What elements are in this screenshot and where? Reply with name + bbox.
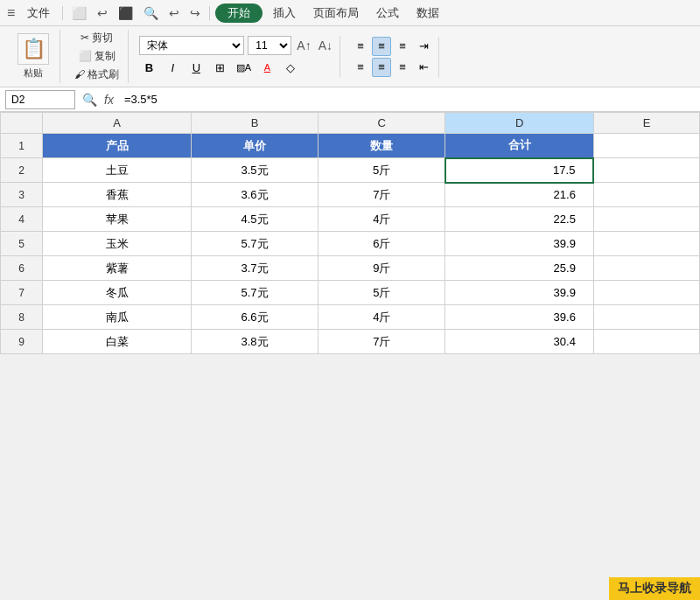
cell-d9[interactable]: 30.4 xyxy=(445,330,593,354)
menu-data[interactable]: 数据 xyxy=(410,3,446,23)
row-header-9[interactable]: 9 xyxy=(1,330,43,354)
menu-file[interactable]: 文件 xyxy=(20,3,57,23)
copy-button[interactable]: ⬜ 复制 xyxy=(75,48,119,65)
cell-d3[interactable]: 21.6 xyxy=(445,183,593,207)
row-header-5[interactable]: 5 xyxy=(1,232,43,256)
cell-c7[interactable]: 5斤 xyxy=(318,281,445,305)
formula-search-icon[interactable]: 🔍 xyxy=(82,93,97,107)
cell-c8[interactable]: 4斤 xyxy=(318,305,445,330)
row-header-4[interactable]: 4 xyxy=(1,207,43,232)
separator-2 xyxy=(209,6,210,20)
cell-e4[interactable] xyxy=(593,207,699,232)
cell-b5[interactable]: 5.7元 xyxy=(191,232,318,256)
cell-e6[interactable] xyxy=(593,256,699,281)
cell-a5[interactable]: 玉米 xyxy=(43,232,191,256)
cell-d5[interactable]: 39.9 xyxy=(445,232,593,256)
cell-c9[interactable]: 7斤 xyxy=(318,330,445,354)
cell-b9[interactable]: 3.8元 xyxy=(191,330,318,354)
align-outdent-button[interactable]: ⇤ xyxy=(414,58,433,77)
cell-b7[interactable]: 5.7元 xyxy=(191,281,318,305)
menu-layout[interactable]: 页面布局 xyxy=(306,3,366,23)
row-header-7[interactable]: 7 xyxy=(1,281,43,305)
cell-a6[interactable]: 紫薯 xyxy=(43,256,191,281)
cell-c5[interactable]: 6斤 xyxy=(318,232,445,256)
cell-d8[interactable]: 39.6 xyxy=(445,305,593,330)
font-size-increase-button[interactable]: A↑ xyxy=(295,38,312,53)
erase-button[interactable]: ◇ xyxy=(281,58,300,77)
cell-a2[interactable]: 土豆 xyxy=(43,158,191,183)
row-header-2[interactable]: 2 xyxy=(1,158,43,183)
toolbar-icon-2[interactable]: ↩ xyxy=(94,4,111,22)
cell-b6[interactable]: 3.7元 xyxy=(191,256,318,281)
col-header-e[interactable]: E xyxy=(593,113,699,134)
cut-button[interactable]: ✂ 剪切 xyxy=(77,30,116,46)
font-color-button[interactable]: A xyxy=(257,58,276,77)
menu-formula[interactable]: 公式 xyxy=(369,3,406,23)
formula-input[interactable] xyxy=(121,91,695,108)
row-header-1[interactable]: 1 xyxy=(1,134,43,158)
row-header-8[interactable]: 8 xyxy=(1,305,43,330)
border-button[interactable]: ⊞ xyxy=(210,58,229,77)
font-name-select[interactable]: 宋体 xyxy=(139,36,244,55)
cell-b1[interactable]: 单价 xyxy=(191,134,318,158)
bold-button[interactable]: B xyxy=(139,58,158,77)
cell-c4[interactable]: 4斤 xyxy=(318,207,445,232)
cell-c6[interactable]: 9斤 xyxy=(318,256,445,281)
menu-insert[interactable]: 插入 xyxy=(266,3,303,23)
menu-start[interactable]: 开始 xyxy=(215,3,262,23)
cell-d1[interactable]: 合计 xyxy=(445,134,593,158)
cell-c1[interactable]: 数量 xyxy=(318,134,445,158)
cell-c2[interactable]: 5斤 xyxy=(318,158,445,183)
cell-e9[interactable] xyxy=(593,330,699,354)
toolbar-icon-1[interactable]: ⬜ xyxy=(68,4,90,22)
cell-a8[interactable]: 南瓜 xyxy=(43,305,191,330)
align-top-right-button[interactable]: ≡ xyxy=(393,37,412,56)
cell-d6[interactable]: 25.9 xyxy=(445,256,593,281)
underline-button[interactable]: U xyxy=(186,58,206,77)
row-header-6[interactable]: 6 xyxy=(1,256,43,281)
cell-b3[interactable]: 3.6元 xyxy=(191,183,318,207)
cell-a9[interactable]: 白菜 xyxy=(43,330,191,354)
cell-d2[interactable]: 17.5 xyxy=(445,158,593,183)
align-center-button[interactable]: ≡ xyxy=(372,37,391,56)
cell-e5[interactable] xyxy=(593,232,699,256)
col-header-d[interactable]: D xyxy=(445,113,593,134)
toolbar-icon-6[interactable]: ↪ xyxy=(186,4,204,22)
cell-d7[interactable]: 39.9 xyxy=(445,281,593,305)
paste-label: 粘贴 xyxy=(24,66,43,80)
cell-d4[interactable]: 22.5 xyxy=(445,207,593,232)
font-size-decrease-button[interactable]: A↓ xyxy=(317,38,334,53)
cell-b2[interactable]: 3.5元 xyxy=(191,158,318,183)
cell-e8[interactable] xyxy=(593,305,699,330)
cell-e7[interactable] xyxy=(593,281,699,305)
cell-reference-input[interactable] xyxy=(5,90,75,109)
format-brush-button[interactable]: 🖌 格式刷 xyxy=(71,66,122,83)
paste-button[interactable]: 📋 粘贴 xyxy=(12,30,54,83)
align-bottom-center-button[interactable]: ≡ xyxy=(372,58,391,77)
cell-b8[interactable]: 6.6元 xyxy=(191,305,318,330)
italic-button[interactable]: I xyxy=(163,58,182,77)
font-row2: B I U ⊞ ▨A A ◇ xyxy=(139,58,334,77)
cell-a1[interactable]: 产品 xyxy=(43,134,191,158)
fill-color-button[interactable]: ▨A xyxy=(234,58,253,77)
align-bottom-left-button[interactable]: ≡ xyxy=(351,58,370,77)
row-header-3[interactable]: 3 xyxy=(1,183,43,207)
cell-e2[interactable] xyxy=(593,158,699,183)
cell-a4[interactable]: 苹果 xyxy=(43,207,191,232)
toolbar-icon-3[interactable]: ⬛ xyxy=(115,4,136,22)
cell-c3[interactable]: 7斤 xyxy=(318,183,445,207)
col-header-c[interactable]: C xyxy=(318,113,445,134)
align-bottom-right-button[interactable]: ≡ xyxy=(393,58,412,77)
cell-e1[interactable] xyxy=(593,134,699,158)
align-top-left-button[interactable]: ≡ xyxy=(351,37,370,56)
col-header-b[interactable]: B xyxy=(191,113,318,134)
cell-a3[interactable]: 香蕉 xyxy=(43,183,191,207)
toolbar-icon-4[interactable]: 🔍 xyxy=(140,4,162,22)
align-indent-button[interactable]: ⇥ xyxy=(414,37,433,56)
cell-e3[interactable] xyxy=(593,183,699,207)
cell-a7[interactable]: 冬瓜 xyxy=(43,281,191,305)
toolbar-icon-5[interactable]: ↩ xyxy=(165,4,183,22)
col-header-a[interactable]: A xyxy=(43,113,191,134)
font-size-select[interactable]: 11 xyxy=(248,36,291,55)
cell-b4[interactable]: 4.5元 xyxy=(191,207,318,232)
